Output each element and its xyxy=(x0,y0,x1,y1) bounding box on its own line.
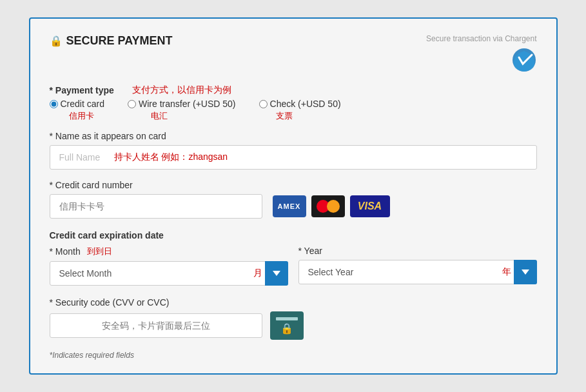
radio-credit-input[interactable] xyxy=(50,100,58,108)
name-field-section: * Name as it appears on card 持卡人姓名 例如：zh… xyxy=(50,131,537,170)
cvv-label-text: * Security code (CVV or CVC) xyxy=(50,297,170,308)
header-row: 🔒 SECURE PAYMENT Secure transaction via … xyxy=(50,34,537,73)
cvv-row: 🔒 xyxy=(50,311,537,340)
mc-right-circle xyxy=(327,200,340,213)
logo-area: Secure transaction via Chargent xyxy=(426,34,536,73)
month-label-text: * Month xyxy=(50,246,81,257)
year-col: * Year Select Year 2024 2025 2026 2027 2… xyxy=(298,246,537,286)
card-number-label-text: * Credit card number xyxy=(50,180,133,190)
payment-type-section: * Payment type 支付方式，以信用卡为例 Credit card W… xyxy=(50,84,537,122)
radio-credit[interactable]: Credit card xyxy=(50,99,104,109)
cvv-icon: 🔒 xyxy=(270,311,304,340)
mastercard-icon xyxy=(311,195,345,217)
card-number-section: * Credit card number AMEX VISA xyxy=(50,180,537,219)
lock-icon: 🔒 xyxy=(50,35,63,47)
radio-wire-label: Wire transfer (+USD 50) xyxy=(139,99,236,109)
expiry-section: Credit card expiration date * Month 到到日 … xyxy=(50,230,537,286)
month-select[interactable]: Select Month 01 - January 02 - February … xyxy=(50,261,288,286)
expiry-section-title: Credit card expiration date xyxy=(50,230,537,240)
radio-credit-label: Credit card xyxy=(61,99,104,109)
card-icons: AMEX VISA xyxy=(273,195,390,217)
name-input[interactable] xyxy=(50,145,537,170)
year-select[interactable]: Select Year 2024 2025 2026 2027 2028 202… xyxy=(298,260,537,284)
radio-wire[interactable]: Wire transfer (+USD 50) xyxy=(128,99,236,109)
check-annotation: 支票 xyxy=(276,110,293,122)
page-title: SECURE PAYMENT xyxy=(66,34,173,48)
amex-icon: AMEX xyxy=(273,195,306,217)
payment-type-label: * Payment type xyxy=(50,85,114,95)
credit-annotation: 信用卡 xyxy=(69,110,94,122)
cvv-lock-icon: 🔒 xyxy=(280,322,293,335)
card-number-label: * Credit card number xyxy=(50,180,537,190)
payment-form: 🔒 SECURE PAYMENT Secure transaction via … xyxy=(29,17,558,375)
chargent-logo xyxy=(505,46,537,73)
radio-wire-input[interactable] xyxy=(128,100,136,108)
cvv-input[interactable] xyxy=(50,313,262,338)
month-select-wrapper: Select Month 01 - January 02 - February … xyxy=(50,261,288,286)
payment-annotations-row: 信用卡 电汇 支票 xyxy=(50,110,537,122)
card-number-row: AMEX VISA xyxy=(50,194,537,219)
secure-title: 🔒 SECURE PAYMENT xyxy=(50,34,173,48)
name-input-wrapper: 持卡人姓名 例如：zhangsan xyxy=(50,145,537,170)
year-label-text: * Year xyxy=(298,246,322,256)
year-label: * Year xyxy=(298,246,537,256)
cvv-section: * Security code (CVV or CVC) 🔒 xyxy=(50,297,537,340)
required-note-text: *Indicates required fields xyxy=(50,351,134,360)
name-field-label: * Name as it appears on card xyxy=(50,131,537,141)
year-select-wrapper: Select Year 2024 2025 2026 2027 2028 202… xyxy=(298,260,537,284)
visa-icon: VISA xyxy=(350,195,390,217)
cvv-card-stripe xyxy=(276,317,298,320)
secure-transaction-text: Secure transaction via Chargent xyxy=(426,34,536,43)
cvv-label: * Security code (CVV or CVC) xyxy=(50,297,537,308)
month-annotation: 到到日 xyxy=(87,246,112,257)
month-label: * Month 到到日 xyxy=(50,246,288,257)
radio-check-label: Check (+USD 50) xyxy=(270,99,341,109)
card-number-input[interactable] xyxy=(50,194,262,219)
name-label-text: * Name as it appears on card xyxy=(50,131,166,141)
radio-check-input[interactable] xyxy=(259,100,268,108)
required-note: *Indicates required fields xyxy=(50,349,537,360)
month-col: * Month 到到日 Select Month 01 - January 02… xyxy=(50,246,288,286)
payment-type-annotation: 支付方式，以信用卡为例 xyxy=(132,84,231,96)
wire-annotation: 电汇 xyxy=(151,110,168,122)
expiry-row: * Month 到到日 Select Month 01 - January 02… xyxy=(50,246,537,286)
payment-type-row: * Payment type 支付方式，以信用卡为例 xyxy=(50,84,537,96)
radio-check[interactable]: Check (+USD 50) xyxy=(259,99,341,109)
payment-options-row: Credit card Wire transfer (+USD 50) Chec… xyxy=(50,99,537,109)
